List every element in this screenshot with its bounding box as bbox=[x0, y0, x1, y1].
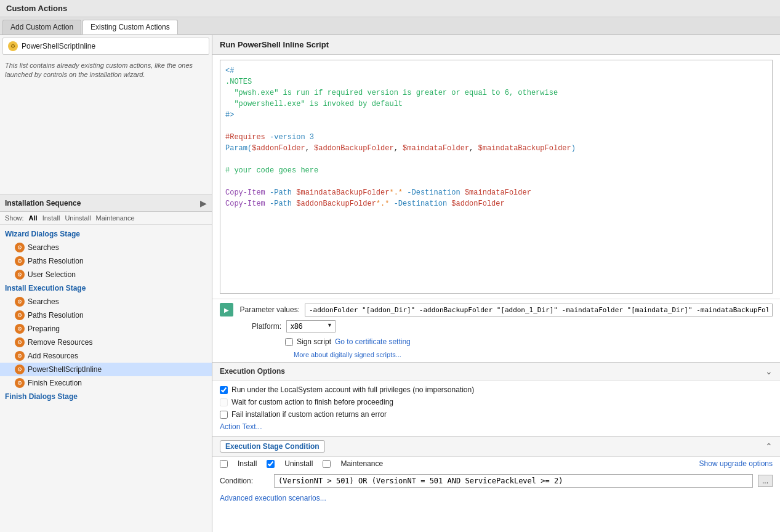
tree-item-paths-resolution-install[interactable]: ⚙ Paths Resolution bbox=[0, 308, 212, 322]
certificate-setting-link[interactable]: Go to certificate setting bbox=[335, 337, 411, 346]
show-all[interactable]: All bbox=[29, 214, 38, 222]
right-content[interactable]: <# .NOTES "pwsh.exe" is run if required … bbox=[212, 55, 780, 532]
tab-existing-custom-actions[interactable]: Existing Custom Actions bbox=[82, 20, 178, 34]
condition-button[interactable]: ... bbox=[758, 475, 773, 487]
stage-finish-dialogs: Finish Dialogs Stage bbox=[0, 390, 212, 403]
checkbox-row-localsystem: Run under the LocalSystem account with f… bbox=[220, 385, 773, 394]
platform-wrapper: x86 x64 Any CPU bbox=[286, 320, 336, 332]
gear-orange-icon: ⚙ bbox=[15, 243, 25, 252]
stage-condition-checkboxes-row: Install Uninstall Maintenance Show upgra… bbox=[212, 457, 780, 470]
tree-item-preparing[interactable]: ⚙ Preparing bbox=[0, 322, 212, 336]
checkbox-wait[interactable] bbox=[220, 398, 228, 406]
show-maintenance[interactable]: Maintenance bbox=[96, 214, 135, 222]
list-item-powershell[interactable]: ⚙ PowerShellScriptInline bbox=[2, 38, 209, 55]
advanced-link-wrapper: Advanced execution scenarios... bbox=[212, 491, 780, 505]
checkbox-uninstall-label: Uninstall bbox=[284, 459, 313, 468]
code-area-wrapper: <# .NOTES "pwsh.exe" is run if required … bbox=[212, 55, 780, 299]
tab-bar: Add Custom Action Existing Custom Action… bbox=[0, 17, 780, 35]
condition-label: Condition: bbox=[220, 477, 269, 485]
right-panel: Run PowerShell Inline Script <# .NOTES "… bbox=[212, 35, 780, 532]
checkbox-localsystem[interactable] bbox=[220, 386, 228, 394]
expand-button[interactable]: ▶ bbox=[200, 198, 207, 208]
tree-container: Wizard Dialogs Stage ⚙ Searches ⚙ Paths … bbox=[0, 225, 212, 532]
tree-item-add-resources[interactable]: ⚙ Add Resources bbox=[0, 349, 212, 363]
more-about-scripts-link[interactable]: More about digitally signed scripts... bbox=[220, 351, 773, 358]
code-editor[interactable]: <# .NOTES "pwsh.exe" is run if required … bbox=[220, 60, 773, 294]
platform-label: Platform: bbox=[220, 322, 281, 331]
execution-stage-condition-section: Execution Stage Condition ⌃ Install Unin… bbox=[212, 436, 780, 505]
stage-condition-collapse-icon[interactable]: ⌃ bbox=[765, 441, 773, 451]
tree-item-remove-resources[interactable]: ⚙ Remove Resources bbox=[0, 336, 212, 349]
tree-item-searches-wizard[interactable]: ⚙ Searches bbox=[0, 241, 212, 254]
checkbox-maintenance-label: Maintenance bbox=[340, 459, 383, 468]
installation-sequence: Installation Sequence ▶ Show: All Instal… bbox=[0, 195, 212, 532]
run-button[interactable]: ▶ bbox=[220, 303, 233, 316]
stage-wizard-dialogs: Wizard Dialogs Stage bbox=[0, 227, 212, 241]
tree-item-powershell-inline[interactable]: ⚙ PowerShellScriptInline bbox=[0, 363, 212, 376]
app-container: Custom Actions Add Custom Action Existin… bbox=[0, 0, 780, 532]
list-item-label: PowerShellScriptInline bbox=[22, 42, 95, 50]
tree-item-searches-install[interactable]: ⚙ Searches bbox=[0, 295, 212, 308]
gear-orange-icon: ⚙ bbox=[15, 351, 25, 361]
execution-options-title: Execution Options bbox=[220, 367, 285, 376]
checkbox-row-wait: Wait for custom action to finish before … bbox=[220, 398, 773, 406]
tree-item-paths-resolution-wizard[interactable]: ⚙ Paths Resolution bbox=[0, 254, 212, 268]
stage-condition-header: Execution Stage Condition ⌃ bbox=[212, 437, 780, 457]
show-label: Show: bbox=[5, 214, 24, 222]
main-layout: ⚙ PowerShellScriptInline This list conta… bbox=[0, 35, 780, 532]
gear-orange-icon: ⚙ bbox=[15, 256, 25, 266]
app-title-bar: Custom Actions bbox=[0, 0, 780, 17]
app-title: Custom Actions bbox=[6, 4, 67, 13]
sign-script-checkbox[interactable] bbox=[285, 338, 293, 346]
custom-actions-list: ⚙ PowerShellScriptInline This list conta… bbox=[0, 35, 212, 195]
checkbox-localsystem-label: Run under the LocalSystem account with f… bbox=[231, 385, 474, 394]
tree-item-user-selection[interactable]: ⚙ User Selection bbox=[0, 268, 212, 281]
gear-orange-icon: ⚙ bbox=[15, 310, 25, 320]
parameter-values-row: ▶ Parameter values: bbox=[220, 303, 773, 316]
checkbox-maintenance[interactable] bbox=[323, 460, 331, 468]
sign-row: Sign script Go to certificate setting bbox=[220, 336, 773, 347]
show-bar: Show: All Install Uninstall Maintenance bbox=[0, 212, 212, 225]
stage-condition-title: Execution Stage Condition bbox=[220, 440, 325, 453]
gear-icon: ⚙ bbox=[8, 41, 18, 51]
action-text-link[interactable]: Action Text... bbox=[220, 422, 262, 431]
param-input[interactable] bbox=[305, 304, 773, 316]
stage-install-execution: Install Execution Stage bbox=[0, 281, 212, 295]
param-label: Parameter values: bbox=[238, 305, 300, 314]
gear-orange-icon: ⚙ bbox=[15, 365, 25, 374]
tree-item-finish-execution[interactable]: ⚙ Finish Execution bbox=[0, 376, 212, 390]
gear-orange-icon: ⚙ bbox=[15, 270, 25, 280]
section-header: Installation Sequence ▶ bbox=[0, 195, 212, 212]
collapse-icon[interactable]: ⌄ bbox=[765, 366, 773, 376]
condition-row: Condition: ... bbox=[212, 470, 780, 491]
checkbox-install-label: Install bbox=[238, 459, 257, 468]
platform-select[interactable]: x86 x64 Any CPU bbox=[286, 320, 336, 332]
checkbox-wait-label: Wait for custom action to finish before … bbox=[231, 398, 393, 406]
checkbox-uninstall[interactable] bbox=[267, 460, 275, 468]
execution-options-section: Execution Options ⌄ Run under the LocalS… bbox=[212, 362, 780, 436]
more-link-wrapper: More about digitally signed scripts... bbox=[220, 351, 773, 358]
condition-input[interactable] bbox=[274, 474, 753, 488]
left-panel: ⚙ PowerShellScriptInline This list conta… bbox=[0, 35, 212, 532]
checkbox-fail[interactable] bbox=[220, 411, 228, 419]
tab-add-custom-action[interactable]: Add Custom Action bbox=[2, 20, 81, 34]
section-title: Installation Sequence bbox=[5, 199, 81, 208]
gear-orange-icon: ⚙ bbox=[15, 297, 25, 307]
right-header: Run PowerShell Inline Script bbox=[212, 35, 780, 55]
advanced-execution-link[interactable]: Advanced execution scenarios... bbox=[212, 491, 780, 505]
action-link-wrapper: Action Text... bbox=[220, 422, 773, 431]
list-note: This list contains already existing cust… bbox=[0, 57, 212, 84]
checkbox-install[interactable] bbox=[220, 460, 228, 468]
gear-orange-icon: ⚙ bbox=[15, 324, 25, 334]
gear-orange-icon: ⚙ bbox=[15, 337, 25, 347]
show-uninstall[interactable]: Uninstall bbox=[65, 214, 90, 222]
show-upgrade-link[interactable]: Show upgrade options bbox=[699, 459, 773, 468]
platform-row: Platform: x86 x64 Any CPU bbox=[220, 320, 773, 332]
execution-options-header: Execution Options ⌄ bbox=[212, 363, 780, 381]
params-section: ▶ Parameter values: Platform: x86 x64 An… bbox=[212, 299, 780, 362]
gear-orange-icon: ⚙ bbox=[15, 378, 25, 388]
execution-options-body: Run under the LocalSystem account with f… bbox=[212, 381, 780, 436]
checkbox-row-fail: Fail installation if custom action retur… bbox=[220, 410, 773, 419]
show-install[interactable]: Install bbox=[42, 214, 60, 222]
checkbox-fail-label: Fail installation if custom action retur… bbox=[231, 410, 387, 419]
